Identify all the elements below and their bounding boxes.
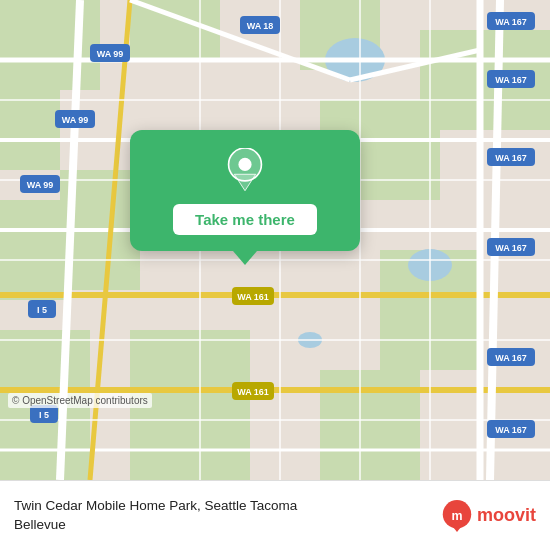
copyright-text: © OpenStreetMap contributors xyxy=(8,393,152,408)
moovit-logo[interactable]: m moovit xyxy=(441,500,536,532)
svg-text:WA 161: WA 161 xyxy=(237,387,269,397)
svg-text:WA 167: WA 167 xyxy=(495,153,527,163)
svg-text:WA 161: WA 161 xyxy=(237,292,269,302)
svg-rect-1 xyxy=(0,0,100,90)
svg-text:WA 99: WA 99 xyxy=(97,49,124,59)
info-bar: Twin Cedar Mobile Home Park, Seattle Tac… xyxy=(0,480,550,550)
svg-text:WA 167: WA 167 xyxy=(495,75,527,85)
svg-rect-2 xyxy=(0,90,60,170)
svg-rect-12 xyxy=(320,370,420,480)
svg-text:m: m xyxy=(451,508,462,522)
svg-point-66 xyxy=(238,158,251,171)
svg-text:WA 167: WA 167 xyxy=(495,243,527,253)
location-label: Twin Cedar Mobile Home Park, Seattle Tac… xyxy=(14,497,297,535)
moovit-icon: m xyxy=(441,500,473,532)
svg-rect-7 xyxy=(0,200,70,300)
svg-text:WA 167: WA 167 xyxy=(495,353,527,363)
svg-text:WA 99: WA 99 xyxy=(27,180,54,190)
svg-marker-67 xyxy=(234,174,255,190)
svg-text:WA 167: WA 167 xyxy=(495,425,527,435)
take-me-there-button[interactable]: Take me there xyxy=(173,204,317,235)
svg-text:I 5: I 5 xyxy=(39,410,49,420)
svg-text:I 5: I 5 xyxy=(37,305,47,315)
svg-marker-70 xyxy=(450,523,464,532)
svg-text:WA 18: WA 18 xyxy=(247,21,274,31)
svg-text:WA 99: WA 99 xyxy=(62,115,89,125)
moovit-label: moovit xyxy=(477,505,536,526)
svg-text:WA 167: WA 167 xyxy=(495,17,527,27)
location-pin-icon xyxy=(222,148,268,194)
map: WA 167 WA 167 WA 167 WA 167 WA 167 WA 16… xyxy=(0,0,550,480)
popup-card: Take me there xyxy=(130,130,360,251)
